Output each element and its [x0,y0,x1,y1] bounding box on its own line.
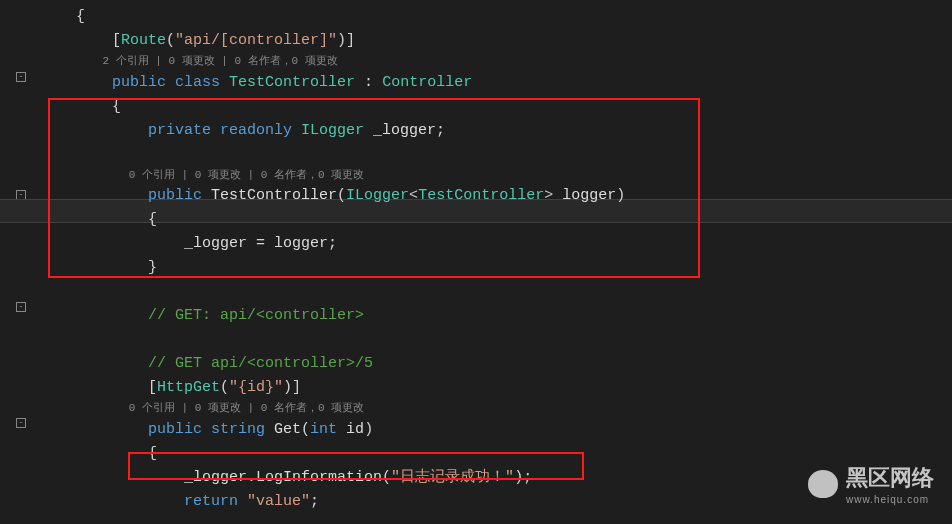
log-message: "日志记录成功！" [391,469,514,486]
log-method: LogInformation [256,469,382,486]
fold-icon[interactable]: - [16,72,26,82]
codelens-get[interactable]: 0 个引用 | 0 项更改 | 0 名作者，0 项更改 [129,402,364,414]
watermark-url: www.heiqu.com [846,492,934,508]
field-name: _logger [364,122,436,139]
class-name: TestController [229,74,355,91]
route-string: "api/[controller]" [175,32,337,49]
brace-open: { [76,8,85,25]
ctor-param: logger [553,187,616,204]
method-get: Get [265,421,301,438]
codelens-ctor[interactable]: 0 个引用 | 0 项更改 | 0 名作者，0 项更改 [129,169,364,181]
watermark-title: 黑区网络 [846,465,934,490]
attribute-route: Route [121,32,166,49]
field-type: ILogger [301,122,364,139]
code-editor[interactable]: { [Route("api/[controller]")] 2 个引用 | 0 … [30,0,952,524]
comment-get-id: // GET api/<controller>/5 [148,355,373,372]
watermark: 黑区网络 www.heiqu.com [808,460,934,508]
mushroom-icon [808,470,838,498]
codelens-class[interactable]: 2 个引用 | 0 项更改 | 0 名作者，0 项更改 [102,55,337,67]
constructor-name: TestController [211,187,337,204]
fold-icon[interactable]: - [16,302,26,312]
assign-lhs: _logger [184,235,247,252]
fold-icon[interactable]: - [16,418,26,428]
comment-get-all: // GET: api/<controller> [148,307,364,324]
attribute-httpget: HttpGet [157,379,220,396]
base-class: Controller [382,74,472,91]
code-gutter: - - - - [0,0,30,524]
